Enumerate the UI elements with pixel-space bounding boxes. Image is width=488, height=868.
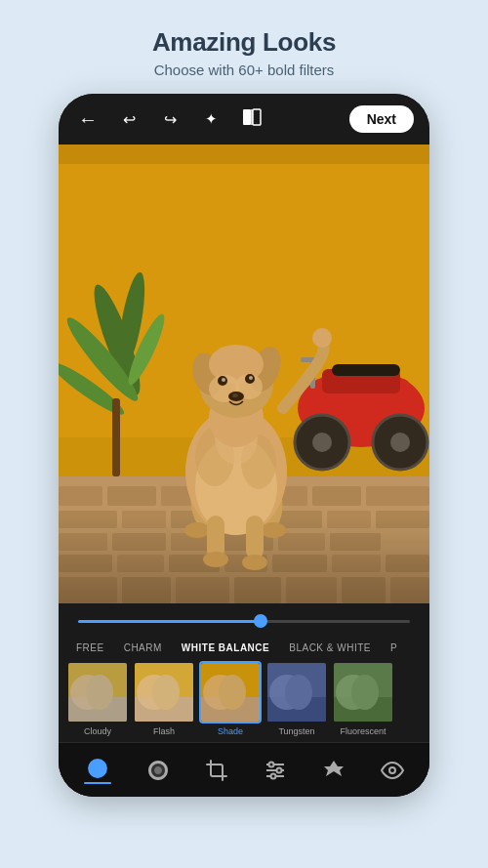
thumb-flash [133,661,195,723]
label-shade: Shade [218,726,243,736]
svg-point-115 [271,773,276,778]
label-cloudy: Cloudy [84,726,111,736]
tab-charm[interactable]: CHARM [114,639,172,657]
photo-svg [59,145,429,603]
nav-eye[interactable] [373,755,412,786]
svg-rect-95 [135,663,195,723]
filter-cloudy[interactable]: Cloudy [66,661,129,736]
svg-point-99 [219,675,246,710]
thumb-cloudy [66,661,129,723]
filter-fluorescent[interactable]: Fluorescent [332,661,394,736]
svg-point-103 [285,675,312,710]
phone-frame: ← ↩ ↪ ✦ Next [59,94,429,797]
svg-rect-0 [243,109,251,125]
thumb-shade [199,661,262,723]
label-flash: Flash [153,726,175,736]
label-tungsten: Tungsten [278,726,314,736]
slider-fill [78,620,261,623]
photo-area [59,145,429,603]
svg-point-109 [94,765,102,772]
svg-rect-90 [68,663,129,723]
filter-shade[interactable]: Shade [199,661,262,736]
slider-thumb[interactable] [254,614,267,628]
svg-point-107 [351,675,379,710]
filter-area: FREE CHARM WHITE BALANCE BLACK & WHITE P [59,603,429,797]
thumb-fluorescent [332,661,394,723]
tab-black-white[interactable]: BLACK & WHITE [279,639,381,657]
nav-filters[interactable] [76,753,119,788]
page-header: Amazing Looks Choose with 60+ bold filte… [133,0,355,94]
tab-p[interactable]: P [381,639,407,657]
nav-crop[interactable] [197,755,236,786]
bottom-nav [59,742,429,797]
category-tabs: FREE CHARM WHITE BALANCE BLACK & WHITE P [59,639,429,657]
undo-icon[interactable]: ↩ [115,110,142,129]
page-title: Amazing Looks [152,27,336,58]
nav-underline [84,782,111,784]
tab-free[interactable]: FREE [66,639,114,657]
topbar-left: ← ↩ ↪ ✦ [74,106,265,132]
magic-icon[interactable]: ✦ [197,110,224,128]
slider-track[interactable] [78,620,410,623]
redo-icon[interactable]: ↪ [156,110,183,129]
svg-rect-1 [253,109,261,125]
nav-adjust[interactable] [139,755,178,786]
compare-icon[interactable] [238,106,265,132]
svg-rect-85 [59,145,429,603]
nav-heal[interactable] [314,755,353,786]
back-icon[interactable]: ← [74,108,102,131]
svg-point-114 [277,767,282,772]
next-button[interactable]: Next [349,105,414,133]
filter-thumbs: Cloudy Flash [59,657,429,740]
filter-flash[interactable]: Flash [133,661,195,736]
thumb-tungsten [265,661,328,723]
label-fluorescent: Fluorescent [340,726,386,736]
svg-point-116 [389,767,395,773]
filter-tungsten[interactable]: Tungsten [265,661,328,736]
phone-topbar: ← ↩ ↪ ✦ Next [59,94,429,145]
page-subtitle: Choose with 60+ bold filters [152,62,336,78]
tab-white-balance[interactable]: WHITE BALANCE [172,639,279,657]
nav-tune[interactable] [256,755,295,786]
slider-row [59,603,429,639]
svg-point-113 [269,762,274,766]
